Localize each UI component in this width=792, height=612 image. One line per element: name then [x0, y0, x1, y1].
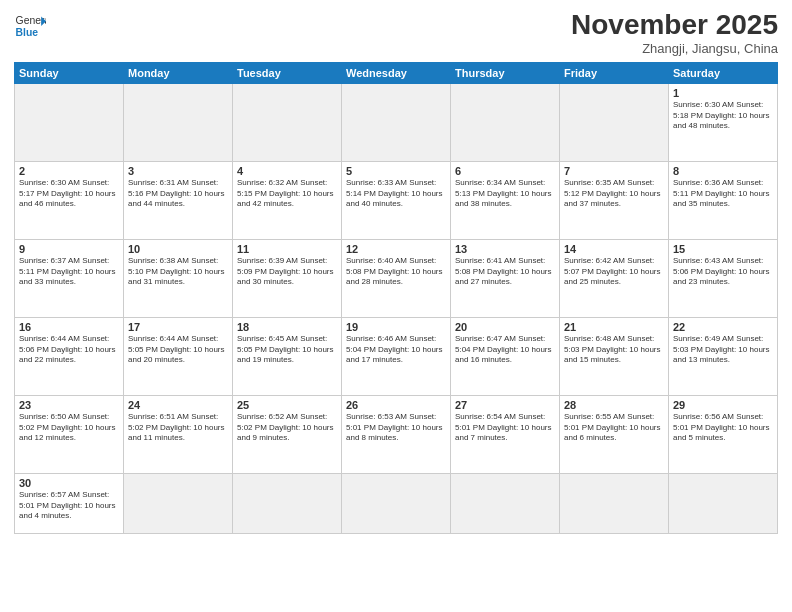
- day-info: Sunrise: 6:35 AM Sunset: 5:12 PM Dayligh…: [564, 178, 664, 210]
- calendar-cell: 15Sunrise: 6:43 AM Sunset: 5:06 PM Dayli…: [669, 239, 778, 317]
- calendar-week-5: 23Sunrise: 6:50 AM Sunset: 5:02 PM Dayli…: [15, 395, 778, 473]
- calendar-cell: 23Sunrise: 6:50 AM Sunset: 5:02 PM Dayli…: [15, 395, 124, 473]
- calendar-cell: [451, 83, 560, 161]
- svg-text:Blue: Blue: [16, 27, 39, 38]
- day-info: Sunrise: 6:37 AM Sunset: 5:11 PM Dayligh…: [19, 256, 119, 288]
- calendar-header-thursday: Thursday: [451, 62, 560, 83]
- calendar-table: SundayMondayTuesdayWednesdayThursdayFrid…: [14, 62, 778, 534]
- calendar-cell: 16Sunrise: 6:44 AM Sunset: 5:06 PM Dayli…: [15, 317, 124, 395]
- calendar-cell: [451, 473, 560, 533]
- calendar-cell: 21Sunrise: 6:48 AM Sunset: 5:03 PM Dayli…: [560, 317, 669, 395]
- day-info: Sunrise: 6:43 AM Sunset: 5:06 PM Dayligh…: [673, 256, 773, 288]
- day-info: Sunrise: 6:30 AM Sunset: 5:17 PM Dayligh…: [19, 178, 119, 210]
- calendar-header-wednesday: Wednesday: [342, 62, 451, 83]
- calendar-cell: 25Sunrise: 6:52 AM Sunset: 5:02 PM Dayli…: [233, 395, 342, 473]
- calendar-cell: 27Sunrise: 6:54 AM Sunset: 5:01 PM Dayli…: [451, 395, 560, 473]
- day-info: Sunrise: 6:53 AM Sunset: 5:01 PM Dayligh…: [346, 412, 446, 444]
- calendar-cell: [233, 473, 342, 533]
- day-info: Sunrise: 6:54 AM Sunset: 5:01 PM Dayligh…: [455, 412, 555, 444]
- calendar-cell: 24Sunrise: 6:51 AM Sunset: 5:02 PM Dayli…: [124, 395, 233, 473]
- calendar-cell: [560, 473, 669, 533]
- header: General Blue November 2025 Zhangji, Jian…: [14, 10, 778, 56]
- day-info: Sunrise: 6:34 AM Sunset: 5:13 PM Dayligh…: [455, 178, 555, 210]
- calendar-cell: 18Sunrise: 6:45 AM Sunset: 5:05 PM Dayli…: [233, 317, 342, 395]
- calendar-week-2: 2Sunrise: 6:30 AM Sunset: 5:17 PM Daylig…: [15, 161, 778, 239]
- day-number: 29: [673, 399, 773, 411]
- day-info: Sunrise: 6:45 AM Sunset: 5:05 PM Dayligh…: [237, 334, 337, 366]
- day-info: Sunrise: 6:55 AM Sunset: 5:01 PM Dayligh…: [564, 412, 664, 444]
- calendar-cell: 9Sunrise: 6:37 AM Sunset: 5:11 PM Daylig…: [15, 239, 124, 317]
- day-number: 2: [19, 165, 119, 177]
- calendar-header-row: SundayMondayTuesdayWednesdayThursdayFrid…: [15, 62, 778, 83]
- day-number: 26: [346, 399, 446, 411]
- day-info: Sunrise: 6:47 AM Sunset: 5:04 PM Dayligh…: [455, 334, 555, 366]
- day-number: 4: [237, 165, 337, 177]
- calendar-cell: 19Sunrise: 6:46 AM Sunset: 5:04 PM Dayli…: [342, 317, 451, 395]
- calendar-header-sunday: Sunday: [15, 62, 124, 83]
- title-block: November 2025 Zhangji, Jiangsu, China: [571, 10, 778, 56]
- day-number: 22: [673, 321, 773, 333]
- day-number: 14: [564, 243, 664, 255]
- calendar-cell: [342, 83, 451, 161]
- calendar-cell: 7Sunrise: 6:35 AM Sunset: 5:12 PM Daylig…: [560, 161, 669, 239]
- page: General Blue November 2025 Zhangji, Jian…: [0, 0, 792, 612]
- calendar-cell: [15, 83, 124, 161]
- day-number: 25: [237, 399, 337, 411]
- day-info: Sunrise: 6:39 AM Sunset: 5:09 PM Dayligh…: [237, 256, 337, 288]
- month-title: November 2025: [571, 10, 778, 41]
- day-info: Sunrise: 6:46 AM Sunset: 5:04 PM Dayligh…: [346, 334, 446, 366]
- day-number: 8: [673, 165, 773, 177]
- calendar-header-friday: Friday: [560, 62, 669, 83]
- calendar-week-1: 1Sunrise: 6:30 AM Sunset: 5:18 PM Daylig…: [15, 83, 778, 161]
- day-number: 9: [19, 243, 119, 255]
- calendar-cell: 2Sunrise: 6:30 AM Sunset: 5:17 PM Daylig…: [15, 161, 124, 239]
- day-info: Sunrise: 6:52 AM Sunset: 5:02 PM Dayligh…: [237, 412, 337, 444]
- day-info: Sunrise: 6:33 AM Sunset: 5:14 PM Dayligh…: [346, 178, 446, 210]
- day-info: Sunrise: 6:51 AM Sunset: 5:02 PM Dayligh…: [128, 412, 228, 444]
- calendar-cell: 10Sunrise: 6:38 AM Sunset: 5:10 PM Dayli…: [124, 239, 233, 317]
- calendar-week-3: 9Sunrise: 6:37 AM Sunset: 5:11 PM Daylig…: [15, 239, 778, 317]
- calendar-cell: 28Sunrise: 6:55 AM Sunset: 5:01 PM Dayli…: [560, 395, 669, 473]
- calendar-cell: 5Sunrise: 6:33 AM Sunset: 5:14 PM Daylig…: [342, 161, 451, 239]
- calendar-cell: 11Sunrise: 6:39 AM Sunset: 5:09 PM Dayli…: [233, 239, 342, 317]
- day-number: 24: [128, 399, 228, 411]
- calendar-cell: 12Sunrise: 6:40 AM Sunset: 5:08 PM Dayli…: [342, 239, 451, 317]
- calendar-cell: [124, 473, 233, 533]
- calendar-cell: [669, 473, 778, 533]
- calendar-cell: [233, 83, 342, 161]
- calendar-cell: [342, 473, 451, 533]
- calendar-cell: 4Sunrise: 6:32 AM Sunset: 5:15 PM Daylig…: [233, 161, 342, 239]
- day-number: 16: [19, 321, 119, 333]
- subtitle: Zhangji, Jiangsu, China: [571, 41, 778, 56]
- day-info: Sunrise: 6:49 AM Sunset: 5:03 PM Dayligh…: [673, 334, 773, 366]
- calendar-cell: 3Sunrise: 6:31 AM Sunset: 5:16 PM Daylig…: [124, 161, 233, 239]
- calendar-cell: 29Sunrise: 6:56 AM Sunset: 5:01 PM Dayli…: [669, 395, 778, 473]
- day-info: Sunrise: 6:44 AM Sunset: 5:05 PM Dayligh…: [128, 334, 228, 366]
- day-info: Sunrise: 6:44 AM Sunset: 5:06 PM Dayligh…: [19, 334, 119, 366]
- calendar-cell: 14Sunrise: 6:42 AM Sunset: 5:07 PM Dayli…: [560, 239, 669, 317]
- calendar-week-4: 16Sunrise: 6:44 AM Sunset: 5:06 PM Dayli…: [15, 317, 778, 395]
- day-info: Sunrise: 6:42 AM Sunset: 5:07 PM Dayligh…: [564, 256, 664, 288]
- calendar-cell: [124, 83, 233, 161]
- day-info: Sunrise: 6:36 AM Sunset: 5:11 PM Dayligh…: [673, 178, 773, 210]
- calendar-cell: 1Sunrise: 6:30 AM Sunset: 5:18 PM Daylig…: [669, 83, 778, 161]
- day-number: 10: [128, 243, 228, 255]
- calendar-cell: 26Sunrise: 6:53 AM Sunset: 5:01 PM Dayli…: [342, 395, 451, 473]
- calendar-week-6: 30Sunrise: 6:57 AM Sunset: 5:01 PM Dayli…: [15, 473, 778, 533]
- day-number: 27: [455, 399, 555, 411]
- day-number: 19: [346, 321, 446, 333]
- calendar-header-saturday: Saturday: [669, 62, 778, 83]
- day-number: 30: [19, 477, 119, 489]
- day-number: 12: [346, 243, 446, 255]
- day-number: 7: [564, 165, 664, 177]
- day-number: 1: [673, 87, 773, 99]
- day-info: Sunrise: 6:38 AM Sunset: 5:10 PM Dayligh…: [128, 256, 228, 288]
- day-number: 23: [19, 399, 119, 411]
- day-info: Sunrise: 6:32 AM Sunset: 5:15 PM Dayligh…: [237, 178, 337, 210]
- logo: General Blue: [14, 10, 46, 42]
- day-number: 3: [128, 165, 228, 177]
- day-number: 28: [564, 399, 664, 411]
- day-number: 20: [455, 321, 555, 333]
- day-info: Sunrise: 6:41 AM Sunset: 5:08 PM Dayligh…: [455, 256, 555, 288]
- day-number: 13: [455, 243, 555, 255]
